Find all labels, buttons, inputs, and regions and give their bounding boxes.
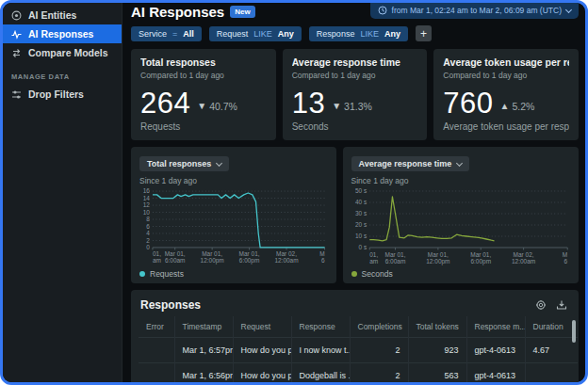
svg-text:50 s: 50 s [354,187,367,194]
column-header-timestamp[interactable]: Timestamp [174,316,233,338]
table-download-button[interactable] [556,299,567,311]
table-title: Responses [140,298,201,312]
app-window: AI Entities AI Responses Compare Models … [0,0,588,385]
filter-sliders-icon [11,89,22,100]
chart-metric-dropdown[interactable]: Total responses [139,156,229,171]
table-cell: How do you play d [233,363,291,383]
chevron-down-icon [216,159,222,166]
table-cell: Mar 1, 6:56pm [174,363,233,383]
table-cell: 563 [408,363,466,383]
avg-response-time-chart[interactable]: 0 s10 s20 s30 s40 s50 s01,amMar 01,6:00a… [351,186,570,265]
triangle-up-icon: ▲ [500,101,510,111]
svg-text:Mar 01,12:00pm: Mar 01,12:00pm [201,250,224,265]
page-title: AI Responses [131,4,224,20]
svg-text:Mar 02,12:00am: Mar 02,12:00am [512,251,535,265]
table-header-row: Error Timestamp Request Response Complet… [139,316,578,338]
svg-text:10 s: 10 s [354,233,367,239]
svg-text:Mar 01,6:00am: Mar 01,6:00am [384,251,405,265]
sidebar-item-ai-responses[interactable]: AI Responses [3,24,122,43]
filter-pill-response[interactable]: Response LIKE Any [309,26,408,41]
legend-dot [351,271,357,277]
sidebar-item-label: Compare Models [28,47,108,58]
new-badge: New [230,6,254,18]
svg-text:2: 2 [146,237,150,244]
sidebar-item-label: AI Responses [28,28,93,40]
chevron-down-icon [565,6,572,12]
table-cell: Mar 1, 6:57pm [174,338,233,363]
kpi-value: 13 [292,88,325,118]
chart-metric-dropdown[interactable]: Average response time [351,156,470,171]
filter-pill-service[interactable]: Service = All [131,26,202,41]
column-header-request[interactable]: Request [233,316,291,338]
kpi-card-avg-response-time: Average response time Compared to 1 day … [283,49,428,140]
column-header-response-model[interactable]: Response m... [466,316,525,338]
svg-text:Mar 02,12:00am: Mar 02,12:00am [274,250,298,264]
table-scrollbar[interactable] [572,320,576,343]
dashboard-content: Total responses Compared to 1 day ago 26… [122,48,585,382]
triangle-down-icon: ▼ [197,101,206,111]
table-cell: gpt-4-0613 [466,338,525,363]
table-cell [525,363,578,383]
sidebar-item-drop-filters[interactable]: Drop Filters [3,85,122,104]
svg-text:4: 4 [146,230,150,236]
chart-legend[interactable]: Requests [139,269,328,279]
sidebar-item-ai-entities[interactable]: AI Entities [3,6,122,24]
svg-text:M6: M6 [319,250,325,264]
gear-icon [535,299,547,311]
kpi-value: 760 [443,88,493,118]
column-header-response[interactable]: Response [291,316,350,338]
total-responses-chart[interactable]: 024681012141601,amMar 01,6:00amMar 01,12… [139,186,328,265]
chart-legend[interactable]: Seconds [351,269,570,279]
svg-text:Mar 01,6:00pm: Mar 01,6:00pm [239,250,260,265]
svg-text:Mar 01,12:00pm: Mar 01,12:00pm [426,251,449,265]
svg-text:16: 16 [143,187,151,194]
column-header-error[interactable]: Error [139,316,174,338]
sidebar-item-label: Drop Filters [28,88,84,100]
add-filter-button[interactable]: + [416,25,432,41]
responses-table-panel: Responses Error Timestamp [131,290,579,382]
filter-bar: Service = All Request LIKE Any Response … [122,20,585,48]
column-header-duration[interactable]: Duration [525,316,578,338]
table-row[interactable]: Mar 1, 6:56pmHow do you play dDodgeball … [139,363,578,383]
kpi-delta: 31.3% [344,101,372,112]
chart-panel-avg-response-time: Average response time Since 1 day ago 0 … [343,147,579,283]
svg-text:0 s: 0 s [358,244,367,250]
svg-text:14: 14 [143,195,151,201]
svg-text:Mar 01,6:00am: Mar 01,6:00am [165,250,186,264]
table-settings-button[interactable] [535,299,547,311]
table-cell: gpt-4-0613 [466,363,525,383]
svg-text:40 s: 40 s [354,199,367,205]
svg-text:01,am: 01,am [369,251,378,265]
table-cell: 4.67 [525,338,578,363]
svg-text:Mar 01,6:00pm: Mar 01,6:00pm [470,251,491,265]
svg-text:8: 8 [146,216,150,222]
table-row[interactable]: Mar 1, 6:57pmHow do you play lI now know… [139,338,578,363]
svg-text:30 s: 30 s [354,210,367,217]
filter-pill-request[interactable]: Request LIKE Any [209,26,302,41]
table-cell: I now know t... [291,338,350,363]
time-range-picker[interactable]: from Mar 1, 02:24 am to Mar 2, 06:09 am … [370,3,579,19]
table-cell: Dodgeball is ... [291,363,350,383]
kpi-card-total-responses: Total responses Compared to 1 day ago 26… [131,49,276,140]
table-cell: 923 [408,338,466,363]
main-area: AI Responses New from Mar 1, 02:24 am to… [122,3,585,382]
column-header-total-tokens[interactable]: Total tokens [408,316,466,338]
responses-table-body: Mar 1, 6:57pmHow do you play lI now know… [139,338,578,383]
entities-icon [11,10,22,21]
sidebar: AI Entities AI Responses Compare Models … [3,3,122,382]
svg-text:20 s: 20 s [354,221,367,228]
svg-text:6: 6 [146,223,150,230]
charts-row: Total responses Since 1 day ago 02468101… [131,147,579,283]
kpi-card-avg-token-usage: Average token usage per response Compare… [433,49,579,140]
column-header-completions[interactable]: Completions [350,316,408,338]
svg-text:10: 10 [143,209,151,216]
triangle-down-icon: ▼ [332,101,341,111]
chevron-down-icon [456,159,463,166]
sidebar-section-label: MANAGE DATA [3,62,122,85]
kpi-value: 264 [140,88,190,118]
pulse-icon [11,29,22,40]
legend-dot [139,271,145,277]
sidebar-item-compare-models[interactable]: Compare Models [3,43,122,62]
kpi-delta: 40.7% [209,101,237,112]
table-cell: 2 [350,338,408,363]
